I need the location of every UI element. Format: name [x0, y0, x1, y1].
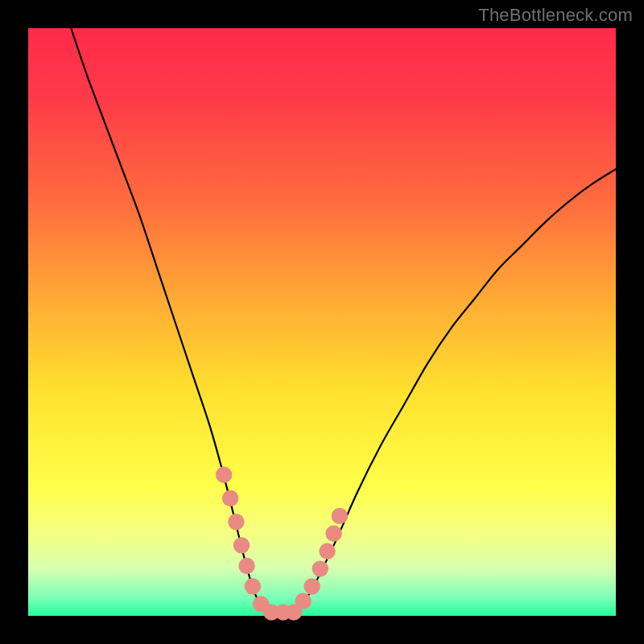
highlight-marker — [312, 560, 328, 576]
highlight-marker — [295, 593, 311, 609]
gradient-background — [28, 28, 616, 616]
highlight-marker — [238, 558, 254, 574]
highlight-marker — [228, 514, 244, 530]
highlight-marker — [216, 467, 232, 483]
highlight-marker — [319, 543, 335, 559]
bottleneck-chart — [0, 0, 644, 644]
chart-stage: TheBottleneck.com — [0, 0, 644, 644]
highlight-marker — [325, 526, 341, 542]
watermark-text: TheBottleneck.com — [478, 5, 633, 26]
highlight-marker — [222, 490, 238, 506]
highlight-marker — [332, 508, 348, 524]
highlight-marker — [245, 578, 261, 594]
highlight-marker — [233, 537, 250, 553]
highlight-marker — [303, 578, 320, 594]
